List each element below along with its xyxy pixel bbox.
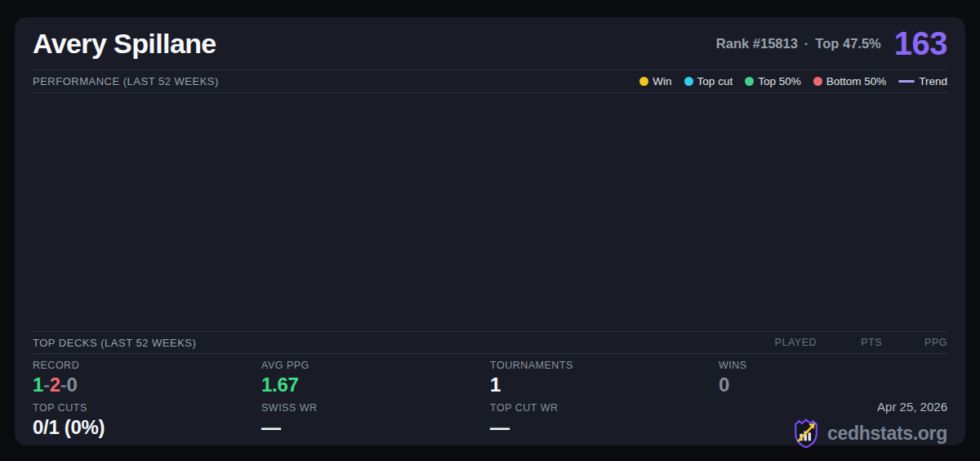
performance-chart-area <box>33 93 947 331</box>
card-header: Avery Spillane Rank #15813 · Top 47.5% 1… <box>33 17 947 70</box>
top-cut-dot-icon <box>684 77 693 86</box>
card-footer: Apr 25, 2026 cedhstats.org <box>719 396 947 449</box>
top50-dot-icon <box>745 77 754 86</box>
legend-label: Top 50% <box>758 75 801 87</box>
player-score: 163 <box>894 25 947 62</box>
stat-label: SWISS WR <box>261 402 490 414</box>
stat-top-cut-wr: TOP CUT WR — <box>490 396 719 449</box>
top-percent: Top 47.5% <box>815 36 880 51</box>
stat-label: AVG PPG <box>261 360 490 371</box>
record-wins: 1 <box>33 374 43 396</box>
column-pts: PTS <box>817 337 882 348</box>
legend-label: Win <box>653 75 671 87</box>
top-decks-columns: PLAYED PTS PPG <box>751 337 947 348</box>
record-value: 1-2-0 <box>33 374 261 396</box>
rank-separator: · <box>804 36 809 51</box>
performance-header: PERFORMANCE (LAST 52 WEEKS) Win Top cut … <box>33 70 947 93</box>
stat-wins: WINS 0 <box>719 354 947 396</box>
brand-text: cedhstats.org <box>827 423 947 445</box>
record-losses: 2 <box>50 374 60 396</box>
top-cuts-value: 0/1 (0%) <box>33 416 261 439</box>
stat-swiss-wr: SWISS WR — <box>261 396 490 449</box>
stat-avg-ppg: AVG PPG 1.67 <box>261 354 490 396</box>
tournaments-value: 1 <box>490 374 719 396</box>
rank-number: Rank #15813 <box>716 36 798 51</box>
legend-item-win: Win <box>639 75 671 87</box>
performance-title: PERFORMANCE (LAST 52 WEEKS) <box>33 75 219 87</box>
legend-item-bottom50: Bottom 50% <box>813 75 887 87</box>
legend-label: Top cut <box>697 75 733 87</box>
stat-record: RECORD 1-2-0 <box>33 354 261 396</box>
top-cut-wr-value: — <box>490 416 719 439</box>
chart-legend: Win Top cut Top 50% Bottom 50% Trend <box>639 75 947 87</box>
trend-line-icon <box>898 80 915 83</box>
legend-label: Trend <box>919 75 947 87</box>
legend-item-top-cut: Top cut <box>684 75 733 87</box>
wins-value: 0 <box>719 374 947 396</box>
stat-tournaments: TOURNAMENTS 1 <box>490 354 719 396</box>
stat-label: TOP CUTS <box>33 402 261 414</box>
stat-label: TOURNAMENTS <box>490 360 719 371</box>
top-decks-title: TOP DECKS (LAST 52 WEEKS) <box>33 337 196 349</box>
rank-text: Rank #15813 · Top 47.5% <box>716 36 881 51</box>
top-decks-header: TOP DECKS (LAST 52 WEEKS) PLAYED PTS PPG <box>33 331 947 354</box>
column-ppg: PPG <box>882 337 947 348</box>
brand: cedhstats.org <box>792 418 947 449</box>
bottom50-dot-icon <box>813 77 822 86</box>
stat-label: TOP CUT WR <box>490 402 719 414</box>
legend-label: Bottom 50% <box>826 75 887 87</box>
column-played: PLAYED <box>751 337 817 348</box>
record-draws: 0 <box>67 374 78 396</box>
legend-item-top50: Top 50% <box>745 75 801 87</box>
avg-ppg-value: 1.67 <box>261 374 490 396</box>
cedhstats-logo-icon <box>792 418 820 449</box>
stat-label: WINS <box>719 360 947 371</box>
snapshot-date: Apr 25, 2026 <box>877 400 947 414</box>
win-dot-icon <box>639 77 648 86</box>
header-right: Rank #15813 · Top 47.5% 163 <box>716 25 947 62</box>
stat-label: RECORD <box>33 360 261 371</box>
player-stats-card: Avery Spillane Rank #15813 · Top 47.5% 1… <box>15 17 965 445</box>
record-separator: - <box>43 374 50 396</box>
player-name: Avery Spillane <box>33 28 216 60</box>
stat-top-cuts: TOP CUTS 0/1 (0%) <box>33 396 261 449</box>
legend-item-trend: Trend <box>898 75 947 87</box>
swiss-wr-value: — <box>261 416 490 439</box>
record-separator: - <box>60 374 67 396</box>
stats-grid: RECORD 1-2-0 AVG PPG 1.67 TOURNAMENTS 1 … <box>33 354 947 445</box>
